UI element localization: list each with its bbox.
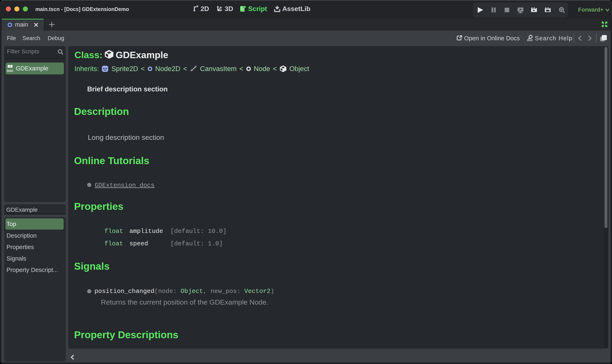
svg-text:DOC: DOC (7, 69, 13, 73)
svg-text:DOC: DOC (527, 39, 533, 42)
